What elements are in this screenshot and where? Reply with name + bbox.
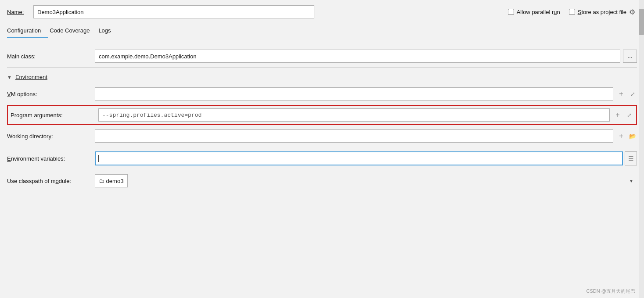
vm-options-label: VM options:: [7, 91, 95, 97]
tab-code-coverage[interactable]: Code Coverage: [48, 24, 97, 38]
program-arguments-row: Program arguments: --spring.profiles.act…: [7, 105, 637, 125]
scrollbar-thumb[interactable]: [639, 9, 644, 35]
env-variables-list-icon[interactable]: ☰: [625, 151, 637, 165]
allow-parallel-run-checkbox[interactable]: [508, 9, 514, 15]
program-arguments-plus-button[interactable]: +: [613, 111, 622, 119]
classpath-module-select[interactable]: 🗂 demo3: [95, 174, 128, 187]
store-as-project-file-checkbox[interactable]: [569, 9, 575, 15]
vm-options-action-icons: + ⤢: [617, 90, 637, 98]
tabs-container: Configuration Code Coverage Logs: [0, 24, 644, 38]
program-arguments-value: --spring.profiles.active=prod: [102, 112, 201, 118]
env-variables-input-container[interactable]: [95, 151, 623, 165]
main-class-browse-button[interactable]: ...: [623, 50, 637, 63]
working-directory-row: Working directory: + 📂: [7, 125, 637, 147]
main-class-label: Main class:: [7, 53, 95, 60]
vm-options-input[interactable]: [95, 87, 613, 101]
divider-1: [7, 67, 637, 68]
vm-options-plus-button[interactable]: +: [617, 90, 626, 98]
working-directory-label: Working directory:: [7, 133, 95, 140]
env-variables-label: Environment variables:: [7, 155, 95, 162]
content-area: Main class: ... ▼ Environment VM options…: [0, 38, 644, 192]
scrollbar[interactable]: [639, 0, 644, 298]
program-arguments-action-icons: + ⤢: [613, 111, 633, 119]
store-as-project-file-label: Store as project file: [578, 9, 626, 15]
run-configuration-dialog: Name: Demo3Application Allow parallel ru…: [0, 0, 644, 298]
name-label: Name:: [7, 9, 28, 15]
name-input[interactable]: Demo3Application: [33, 5, 314, 18]
working-directory-input[interactable]: [95, 129, 613, 143]
header-row: Name: Demo3Application Allow parallel ru…: [0, 0, 644, 24]
store-as-project-file-group: Store as project file ⚙: [569, 8, 637, 16]
main-class-input[interactable]: [95, 50, 620, 63]
classpath-module-select-wrapper: 🗂 demo3: [95, 174, 637, 187]
main-class-row: Main class: ...: [7, 45, 637, 67]
gear-icon[interactable]: ⚙: [629, 8, 637, 16]
watermark: CSDN @五月天的尾巴: [586, 288, 635, 294]
program-arguments-expand-button[interactable]: ⤢: [625, 111, 633, 119]
working-directory-action-icons: + 📂: [617, 132, 637, 140]
env-variables-row: Environment variables: ☰: [7, 147, 637, 170]
cursor-caret: [98, 155, 99, 162]
classpath-module-label: Use classpath of module:: [7, 178, 95, 184]
tab-logs[interactable]: Logs: [97, 24, 118, 38]
program-arguments-label: Program arguments:: [11, 112, 98, 118]
vm-options-row: VM options: + ⤢: [7, 83, 637, 105]
working-directory-plus-button[interactable]: +: [617, 132, 626, 140]
allow-parallel-run-group: Allow parallel run: [508, 9, 560, 15]
vm-options-expand-button[interactable]: ⤢: [628, 90, 637, 98]
classpath-module-row: Use classpath of module: 🗂 demo3: [7, 170, 637, 192]
tab-configuration[interactable]: Configuration: [7, 24, 48, 38]
allow-parallel-run-label: Allow parallel run: [517, 9, 560, 15]
environment-section-header: ▼ Environment: [7, 69, 637, 83]
header-right: Allow parallel run Store as project file…: [508, 8, 637, 16]
environment-section-title: Environment: [15, 74, 47, 80]
working-directory-folder-button[interactable]: 📂: [628, 132, 637, 140]
collapse-arrow-icon[interactable]: ▼: [7, 75, 12, 80]
program-arguments-display: --spring.profiles.active=prod: [98, 108, 610, 122]
